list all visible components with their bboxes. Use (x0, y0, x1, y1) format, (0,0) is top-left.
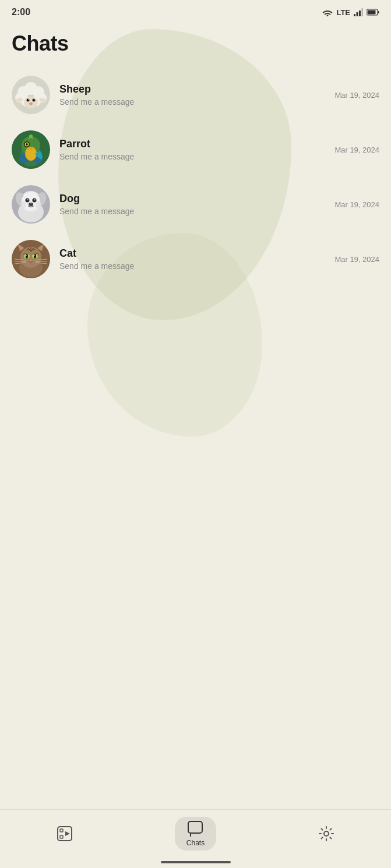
nav-item-settings[interactable] (307, 822, 346, 845)
home-indicator (161, 861, 231, 863)
nav-chats-label: Chats (186, 839, 205, 847)
svg-point-29 (26, 143, 28, 146)
nav-item-chats[interactable]: Chats (175, 817, 216, 851)
svg-rect-3 (362, 8, 364, 16)
svg-point-17 (33, 99, 36, 102)
svg-point-55 (26, 254, 28, 258)
chat-list: Sheep Send me a message Mar 19, 2024 (0, 62, 391, 292)
svg-marker-69 (65, 831, 70, 836)
page-header: Chats (0, 22, 391, 62)
parrot-avatar-image (12, 130, 50, 169)
parrot-chat-info: Parrot Send me a message (59, 138, 329, 161)
svg-point-19 (34, 100, 35, 101)
cat-avatar-image (12, 240, 50, 278)
parrot-chat-name: Parrot (59, 138, 329, 150)
chat-item-cat[interactable]: Cat Send me a message Mar 19, 2024 (0, 232, 391, 286)
svg-point-71 (324, 831, 329, 836)
svg-rect-68 (60, 835, 63, 838)
chat-item-parrot[interactable]: Parrot Send me a message Mar 19, 2024 (0, 122, 391, 177)
dog-avatar-image (12, 185, 50, 224)
signal-icon (354, 8, 363, 16)
avatar-sheep (12, 76, 50, 114)
wifi-icon (322, 8, 333, 16)
chat-item-sheep[interactable]: Sheep Send me a message Mar 19, 2024 (0, 68, 391, 122)
status-bar: 2:00 LTE (0, 0, 391, 22)
cat-chat-preview: Send me a message (59, 261, 329, 271)
svg-point-18 (28, 100, 29, 101)
cat-chat-date: Mar 19, 2024 (334, 255, 379, 264)
parrot-chat-preview: Send me a message (59, 152, 329, 161)
svg-point-39 (33, 199, 37, 203)
svg-point-20 (29, 102, 33, 105)
avatar-parrot (12, 130, 50, 169)
dog-chat-date: Mar 19, 2024 (334, 200, 379, 209)
parrot-chat-date: Mar 19, 2024 (334, 146, 379, 154)
svg-rect-1 (357, 12, 358, 16)
svg-point-31 (29, 134, 33, 138)
sheep-chat-name: Sheep (59, 83, 329, 95)
svg-point-38 (26, 199, 30, 203)
svg-rect-67 (60, 829, 63, 832)
battery-icon (367, 9, 379, 16)
lte-icon: LTE (336, 8, 350, 17)
svg-point-44 (20, 201, 26, 209)
avatar-dog (12, 185, 50, 224)
status-time: 2:00 (12, 7, 30, 17)
chat-icon (187, 820, 203, 837)
gear-icon (318, 826, 334, 842)
svg-rect-70 (188, 821, 202, 833)
status-icons: LTE (322, 8, 379, 17)
cat-chat-info: Cat Send me a message (59, 247, 329, 271)
svg-point-56 (34, 254, 36, 258)
cat-chat-name: Cat (59, 247, 329, 260)
svg-rect-6 (368, 10, 376, 15)
sheep-chat-date: Mar 19, 2024 (334, 91, 379, 100)
svg-point-57 (26, 255, 27, 256)
dog-chat-preview: Send me a message (59, 207, 329, 216)
svg-point-45 (36, 201, 41, 209)
chat-item-dog[interactable]: Dog Send me a message Mar 19, 2024 (0, 177, 391, 232)
sheep-chat-preview: Send me a message (59, 97, 329, 107)
svg-point-43 (30, 203, 32, 204)
dog-chat-name: Dog (59, 193, 329, 205)
svg-point-41 (34, 199, 36, 200)
svg-point-30 (27, 144, 27, 144)
dog-chat-info: Dog Send me a message (59, 193, 329, 216)
svg-rect-0 (354, 14, 355, 16)
avatar-cat (12, 240, 50, 278)
svg-point-58 (34, 255, 35, 256)
sheep-avatar-image (12, 76, 50, 114)
bottom-nav: Chats (0, 809, 391, 868)
page-title: Chats (12, 31, 379, 56)
svg-point-40 (27, 199, 29, 200)
sheep-chat-info: Sheep Send me a message (59, 83, 329, 107)
svg-point-16 (27, 99, 30, 102)
svg-rect-5 (378, 11, 379, 13)
nav-item-stories[interactable] (45, 822, 84, 845)
svg-rect-2 (359, 10, 361, 16)
play-square-icon (57, 826, 73, 842)
